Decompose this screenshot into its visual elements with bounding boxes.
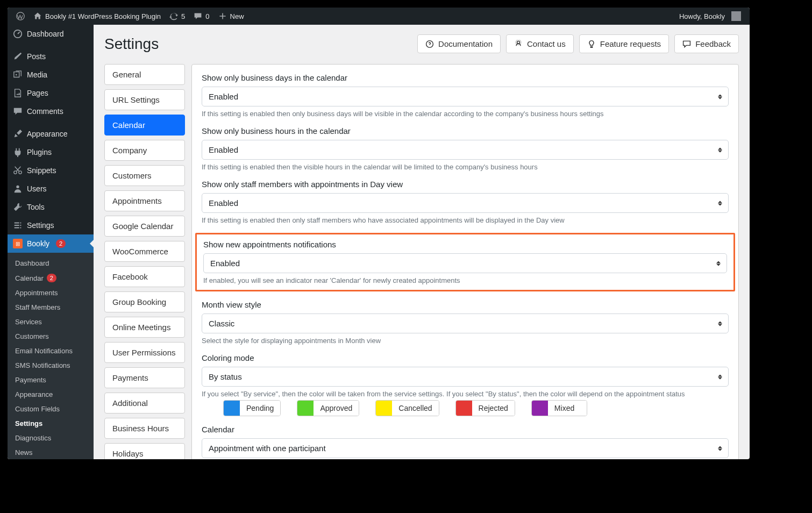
- field-label: Show only business hours in the calendar: [202, 126, 729, 136]
- submenu-item[interactable]: News: [8, 445, 94, 459]
- submenu-item[interactable]: Appearance: [8, 387, 94, 402]
- settings-tab[interactable]: URL Settings: [104, 89, 185, 110]
- menu-plugins[interactable]: Plugins: [8, 143, 94, 161]
- chevron-icon: [718, 372, 722, 381]
- submenu-item[interactable]: Diagnostics: [8, 431, 94, 445]
- submenu-item[interactable]: Custom Fields: [8, 402, 94, 416]
- staff-day-select[interactable]: Enabled: [202, 193, 729, 213]
- settings-tab[interactable]: Appointments: [104, 190, 185, 211]
- submenu-item[interactable]: Calendar2: [8, 270, 94, 286]
- calendar-select[interactable]: Appointment with one participant: [202, 438, 729, 458]
- menu-snippets[interactable]: Snippets: [8, 161, 94, 180]
- chevron-icon: [718, 444, 722, 453]
- submenu-item[interactable]: Settings: [8, 416, 94, 431]
- settings-tab[interactable]: Facebook: [104, 266, 185, 287]
- status-label: Pending: [240, 401, 280, 416]
- status-chip[interactable]: Rejected: [455, 400, 515, 416]
- bookly-badge: 2: [56, 239, 66, 248]
- submenu-item[interactable]: Payments: [8, 373, 94, 387]
- settings-tab[interactable]: Holidays: [104, 443, 185, 459]
- menu-media[interactable]: Media: [8, 66, 94, 84]
- submenu-item[interactable]: Appointments: [8, 286, 94, 300]
- svg-point-2: [16, 74, 17, 76]
- business-hours-select[interactable]: Enabled: [202, 140, 729, 160]
- menu-comments[interactable]: Comments: [8, 102, 94, 120]
- menu-tools[interactable]: Tools: [8, 198, 94, 216]
- settings-tab[interactable]: Calendar: [104, 115, 185, 136]
- field-label: Show only business days in the calendar: [202, 73, 729, 82]
- submenu-item[interactable]: Customers: [8, 329, 94, 344]
- chevron-icon: [718, 198, 722, 208]
- menu-appearance[interactable]: Appearance: [8, 125, 94, 143]
- color-swatch: [297, 401, 314, 416]
- feedback-button[interactable]: Feedback: [674, 34, 739, 53]
- updates-count: 5: [181, 12, 185, 20]
- comments-count: 0: [205, 12, 209, 20]
- status-label: Approved: [314, 401, 359, 416]
- new-label: New: [230, 12, 244, 20]
- settings-tab[interactable]: Business Hours: [104, 418, 185, 439]
- settings-tab[interactable]: Google Calendar: [104, 216, 185, 237]
- status-chip[interactable]: Mixed: [531, 400, 587, 416]
- menu-bookly[interactable]: ⊞Bookly2: [8, 234, 94, 253]
- field-label: Month view style: [202, 300, 729, 309]
- settings-tab[interactable]: Additional: [104, 393, 185, 414]
- contact-button[interactable]: Contact us: [506, 34, 574, 53]
- svg-point-5: [16, 186, 19, 188]
- field-help: If this setting is enabled then only bus…: [202, 110, 729, 118]
- field-help: Select the style for displaying appointm…: [202, 337, 729, 345]
- field-label: Coloring mode: [202, 353, 729, 362]
- status-label: Mixed: [548, 401, 587, 416]
- settings-tab[interactable]: Company: [104, 140, 185, 161]
- month-style-select[interactable]: Classic: [202, 314, 729, 333]
- bookly-icon: ⊞: [13, 239, 23, 248]
- wp-logo[interactable]: [12, 8, 29, 25]
- field-label: Show only staff members with appointment…: [202, 180, 729, 189]
- comments-link[interactable]: 0: [189, 8, 213, 25]
- documentation-button[interactable]: Documentation: [417, 34, 501, 53]
- updates[interactable]: 5: [165, 8, 189, 25]
- color-swatch: [376, 401, 392, 416]
- menu-users[interactable]: Users: [8, 180, 94, 198]
- field-label: Show new appointments notifications: [203, 240, 727, 249]
- new-notifications-select[interactable]: Enabled: [203, 253, 727, 273]
- submenu-item[interactable]: Email Notifications: [8, 344, 94, 358]
- menu-posts[interactable]: Posts: [8, 47, 94, 66]
- submenu-item[interactable]: Staff Members: [8, 300, 94, 315]
- business-days-select[interactable]: Enabled: [202, 87, 729, 106]
- settings-tab[interactable]: Online Meetings: [104, 317, 185, 338]
- menu-pages[interactable]: Pages: [8, 84, 94, 102]
- settings-tab[interactable]: WooCommerce: [104, 241, 185, 262]
- menu-dashboard[interactable]: Dashboard: [8, 25, 94, 43]
- field-label: Calendar: [202, 425, 729, 434]
- menu-settings[interactable]: Settings: [8, 216, 94, 234]
- new-link[interactable]: New: [214, 8, 248, 25]
- color-swatch: [456, 401, 472, 416]
- bookly-submenu: DashboardCalendar2AppointmentsStaff Memb…: [8, 253, 94, 459]
- chevron-icon: [718, 145, 722, 154]
- field-help: If this setting is enabled then the visi…: [202, 163, 729, 171]
- site-link[interactable]: Bookly #1 WordPress Booking Plugin: [29, 8, 165, 25]
- chevron-icon: [716, 259, 721, 268]
- coloring-select[interactable]: By status: [202, 367, 729, 387]
- feature-button[interactable]: Feature requests: [579, 34, 669, 53]
- chevron-icon: [718, 319, 722, 328]
- settings-tab[interactable]: Payments: [104, 367, 185, 388]
- submenu-item[interactable]: Services: [8, 315, 94, 329]
- color-swatch: [532, 401, 548, 416]
- status-chip[interactable]: Pending: [223, 400, 281, 416]
- field-help: If this setting is enabled then only sta…: [202, 216, 729, 224]
- settings-tab[interactable]: General: [104, 64, 185, 85]
- submenu-item[interactable]: Dashboard: [8, 256, 94, 270]
- settings-tab[interactable]: Customers: [104, 165, 185, 186]
- settings-tab[interactable]: User Permissions: [104, 342, 185, 363]
- svg-point-7: [517, 41, 520, 44]
- howdy-label: Howdy, Bookly: [679, 12, 725, 20]
- status-chip[interactable]: Approved: [297, 400, 359, 416]
- field-help: If enabled, you will see an indicator ne…: [203, 276, 727, 284]
- status-chip[interactable]: Cancelled: [375, 400, 439, 416]
- account-link[interactable]: Howdy, Bookly: [675, 8, 745, 25]
- submenu-item[interactable]: SMS Notifications: [8, 358, 94, 373]
- badge: 2: [47, 274, 56, 282]
- settings-tab[interactable]: Group Booking: [104, 291, 185, 312]
